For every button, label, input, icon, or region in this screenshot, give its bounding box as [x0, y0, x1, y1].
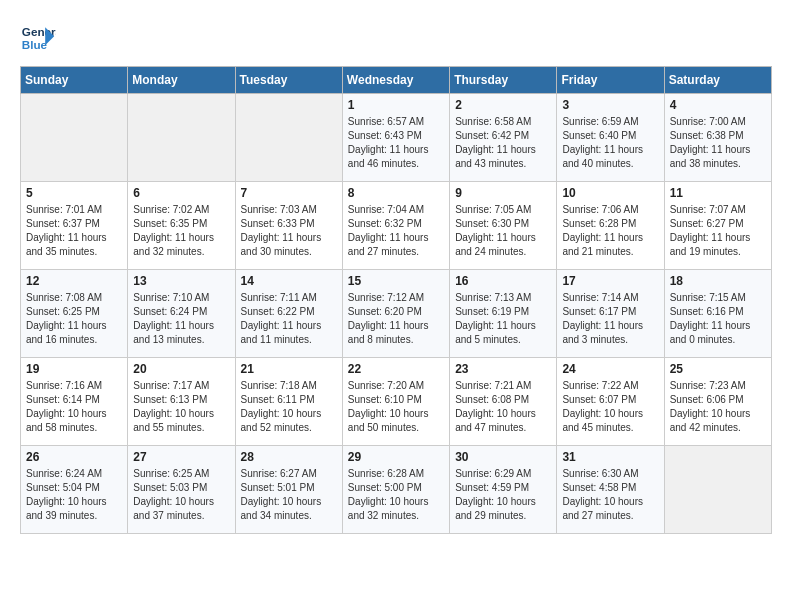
calendar-cell: 17Sunrise: 7:14 AM Sunset: 6:17 PM Dayli…: [557, 270, 664, 358]
day-of-week-header: Friday: [557, 67, 664, 94]
calendar-table: SundayMondayTuesdayWednesdayThursdayFrid…: [20, 66, 772, 534]
day-info: Sunrise: 7:01 AM Sunset: 6:37 PM Dayligh…: [26, 203, 122, 259]
page-header: General Blue: [20, 20, 772, 56]
day-number: 16: [455, 274, 551, 288]
calendar-cell: 11Sunrise: 7:07 AM Sunset: 6:27 PM Dayli…: [664, 182, 771, 270]
calendar-cell: 14Sunrise: 7:11 AM Sunset: 6:22 PM Dayli…: [235, 270, 342, 358]
day-info: Sunrise: 6:29 AM Sunset: 4:59 PM Dayligh…: [455, 467, 551, 523]
day-number: 18: [670, 274, 766, 288]
day-number: 9: [455, 186, 551, 200]
calendar-cell: 31Sunrise: 6:30 AM Sunset: 4:58 PM Dayli…: [557, 446, 664, 534]
calendar-cell: 30Sunrise: 6:29 AM Sunset: 4:59 PM Dayli…: [450, 446, 557, 534]
calendar-cell: 10Sunrise: 7:06 AM Sunset: 6:28 PM Dayli…: [557, 182, 664, 270]
day-number: 31: [562, 450, 658, 464]
calendar-body: 1Sunrise: 6:57 AM Sunset: 6:43 PM Daylig…: [21, 94, 772, 534]
calendar-cell: 5Sunrise: 7:01 AM Sunset: 6:37 PM Daylig…: [21, 182, 128, 270]
calendar-cell: 24Sunrise: 7:22 AM Sunset: 6:07 PM Dayli…: [557, 358, 664, 446]
day-of-week-header: Sunday: [21, 67, 128, 94]
day-info: Sunrise: 7:07 AM Sunset: 6:27 PM Dayligh…: [670, 203, 766, 259]
day-number: 7: [241, 186, 337, 200]
calendar-cell: [128, 94, 235, 182]
day-number: 23: [455, 362, 551, 376]
day-info: Sunrise: 7:16 AM Sunset: 6:14 PM Dayligh…: [26, 379, 122, 435]
calendar-cell: 3Sunrise: 6:59 AM Sunset: 6:40 PM Daylig…: [557, 94, 664, 182]
day-of-week-header: Monday: [128, 67, 235, 94]
day-number: 14: [241, 274, 337, 288]
day-info: Sunrise: 6:27 AM Sunset: 5:01 PM Dayligh…: [241, 467, 337, 523]
day-info: Sunrise: 6:28 AM Sunset: 5:00 PM Dayligh…: [348, 467, 444, 523]
calendar-cell: 15Sunrise: 7:12 AM Sunset: 6:20 PM Dayli…: [342, 270, 449, 358]
day-info: Sunrise: 7:13 AM Sunset: 6:19 PM Dayligh…: [455, 291, 551, 347]
day-number: 10: [562, 186, 658, 200]
calendar-cell: 21Sunrise: 7:18 AM Sunset: 6:11 PM Dayli…: [235, 358, 342, 446]
day-number: 29: [348, 450, 444, 464]
day-info: Sunrise: 7:11 AM Sunset: 6:22 PM Dayligh…: [241, 291, 337, 347]
calendar-cell: 29Sunrise: 6:28 AM Sunset: 5:00 PM Dayli…: [342, 446, 449, 534]
day-info: Sunrise: 6:59 AM Sunset: 6:40 PM Dayligh…: [562, 115, 658, 171]
day-info: Sunrise: 7:02 AM Sunset: 6:35 PM Dayligh…: [133, 203, 229, 259]
day-info: Sunrise: 7:17 AM Sunset: 6:13 PM Dayligh…: [133, 379, 229, 435]
day-header-row: SundayMondayTuesdayWednesdayThursdayFrid…: [21, 67, 772, 94]
day-number: 28: [241, 450, 337, 464]
day-number: 15: [348, 274, 444, 288]
calendar-cell: 23Sunrise: 7:21 AM Sunset: 6:08 PM Dayli…: [450, 358, 557, 446]
calendar-cell: 16Sunrise: 7:13 AM Sunset: 6:19 PM Dayli…: [450, 270, 557, 358]
day-number: 22: [348, 362, 444, 376]
day-info: Sunrise: 6:30 AM Sunset: 4:58 PM Dayligh…: [562, 467, 658, 523]
day-number: 21: [241, 362, 337, 376]
calendar-week-row: 26Sunrise: 6:24 AM Sunset: 5:04 PM Dayli…: [21, 446, 772, 534]
day-number: 20: [133, 362, 229, 376]
day-info: Sunrise: 7:10 AM Sunset: 6:24 PM Dayligh…: [133, 291, 229, 347]
day-info: Sunrise: 7:00 AM Sunset: 6:38 PM Dayligh…: [670, 115, 766, 171]
day-info: Sunrise: 7:04 AM Sunset: 6:32 PM Dayligh…: [348, 203, 444, 259]
day-number: 24: [562, 362, 658, 376]
day-number: 3: [562, 98, 658, 112]
day-number: 4: [670, 98, 766, 112]
calendar-cell: 27Sunrise: 6:25 AM Sunset: 5:03 PM Dayli…: [128, 446, 235, 534]
day-info: Sunrise: 7:20 AM Sunset: 6:10 PM Dayligh…: [348, 379, 444, 435]
day-info: Sunrise: 6:58 AM Sunset: 6:42 PM Dayligh…: [455, 115, 551, 171]
logo: General Blue: [20, 20, 60, 56]
day-number: 11: [670, 186, 766, 200]
day-of-week-header: Tuesday: [235, 67, 342, 94]
calendar-cell: [21, 94, 128, 182]
calendar-cell: 25Sunrise: 7:23 AM Sunset: 6:06 PM Dayli…: [664, 358, 771, 446]
day-number: 19: [26, 362, 122, 376]
calendar-cell: [664, 446, 771, 534]
day-number: 30: [455, 450, 551, 464]
day-number: 6: [133, 186, 229, 200]
day-number: 25: [670, 362, 766, 376]
day-info: Sunrise: 7:06 AM Sunset: 6:28 PM Dayligh…: [562, 203, 658, 259]
calendar-cell: 4Sunrise: 7:00 AM Sunset: 6:38 PM Daylig…: [664, 94, 771, 182]
day-info: Sunrise: 7:12 AM Sunset: 6:20 PM Dayligh…: [348, 291, 444, 347]
day-info: Sunrise: 6:25 AM Sunset: 5:03 PM Dayligh…: [133, 467, 229, 523]
calendar-week-row: 12Sunrise: 7:08 AM Sunset: 6:25 PM Dayli…: [21, 270, 772, 358]
day-number: 1: [348, 98, 444, 112]
day-number: 12: [26, 274, 122, 288]
calendar-cell: 20Sunrise: 7:17 AM Sunset: 6:13 PM Dayli…: [128, 358, 235, 446]
day-number: 5: [26, 186, 122, 200]
calendar-cell: 7Sunrise: 7:03 AM Sunset: 6:33 PM Daylig…: [235, 182, 342, 270]
calendar-week-row: 1Sunrise: 6:57 AM Sunset: 6:43 PM Daylig…: [21, 94, 772, 182]
day-info: Sunrise: 7:15 AM Sunset: 6:16 PM Dayligh…: [670, 291, 766, 347]
day-number: 17: [562, 274, 658, 288]
day-info: Sunrise: 7:08 AM Sunset: 6:25 PM Dayligh…: [26, 291, 122, 347]
day-of-week-header: Saturday: [664, 67, 771, 94]
day-number: 26: [26, 450, 122, 464]
day-number: 8: [348, 186, 444, 200]
day-info: Sunrise: 6:24 AM Sunset: 5:04 PM Dayligh…: [26, 467, 122, 523]
calendar-cell: 26Sunrise: 6:24 AM Sunset: 5:04 PM Dayli…: [21, 446, 128, 534]
day-number: 27: [133, 450, 229, 464]
day-info: Sunrise: 7:22 AM Sunset: 6:07 PM Dayligh…: [562, 379, 658, 435]
calendar-week-row: 5Sunrise: 7:01 AM Sunset: 6:37 PM Daylig…: [21, 182, 772, 270]
day-number: 2: [455, 98, 551, 112]
calendar-cell: 8Sunrise: 7:04 AM Sunset: 6:32 PM Daylig…: [342, 182, 449, 270]
day-info: Sunrise: 7:18 AM Sunset: 6:11 PM Dayligh…: [241, 379, 337, 435]
day-number: 13: [133, 274, 229, 288]
day-info: Sunrise: 7:05 AM Sunset: 6:30 PM Dayligh…: [455, 203, 551, 259]
calendar-cell: 2Sunrise: 6:58 AM Sunset: 6:42 PM Daylig…: [450, 94, 557, 182]
calendar-cell: 13Sunrise: 7:10 AM Sunset: 6:24 PM Dayli…: [128, 270, 235, 358]
calendar-cell: 19Sunrise: 7:16 AM Sunset: 6:14 PM Dayli…: [21, 358, 128, 446]
logo-icon: General Blue: [20, 20, 56, 56]
calendar-cell: [235, 94, 342, 182]
